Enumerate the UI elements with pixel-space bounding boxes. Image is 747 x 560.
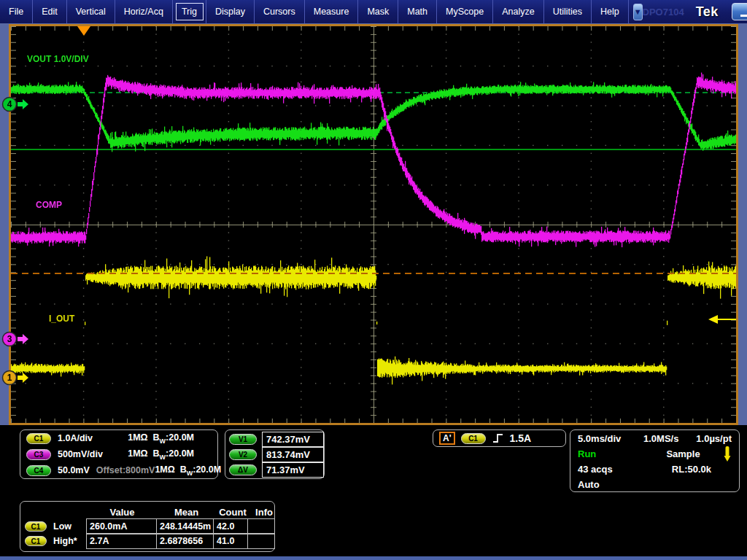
iout-trace-label: I_OUT	[49, 314, 74, 324]
svg-text:3: 3	[7, 334, 12, 344]
cursor-row-3: ΔV71.37mV	[225, 462, 324, 478]
tek-logo: Tek	[696, 4, 719, 20]
measurement-mean: 2.6878656	[156, 533, 214, 549]
acquisition-state: Run	[578, 448, 643, 459]
channel-3-position-marker[interactable]: 3	[1, 331, 31, 350]
measurement-header: Info	[250, 507, 278, 518]
measurement-name: Low	[53, 521, 71, 532]
measurement-count: 42.0	[213, 518, 248, 534]
acquisition-mode: Sample	[643, 448, 723, 459]
position-indicator-icon	[723, 446, 732, 462]
acquisition-count: 43 acqs	[578, 464, 613, 475]
channel-readout-c1: C11.0A/div1MΩ BW:20.0M	[20, 430, 217, 446]
chevron-down-icon: ▼	[634, 7, 642, 16]
svg-text:4: 4	[7, 99, 12, 109]
channel-4-position-marker[interactable]: 4	[1, 96, 31, 115]
trigger-source-badge[interactable]: C1	[461, 433, 486, 444]
timebase-scale: 5.0ms/div	[578, 433, 643, 444]
measurement-row-high: C1High*2.7A2.687865641.0	[25, 534, 278, 548]
channel-badge-c4[interactable]: C4	[26, 465, 51, 476]
measurement-mean: 248.14445m	[156, 518, 214, 534]
channel-offset: Offset:800mV	[96, 465, 155, 475]
measurement-header: Value	[87, 507, 158, 518]
bottom-edge-strip	[0, 556, 747, 560]
menu-mask[interactable]: Mask	[358, 0, 398, 23]
cursor-value: 742.37mV	[262, 432, 324, 447]
model-label: DPO7104	[643, 7, 684, 18]
menu-display[interactable]: Display	[206, 0, 255, 23]
waveform-canvas[interactable]	[11, 26, 736, 423]
measurement-source-badge[interactable]: C1	[25, 521, 47, 532]
cursor-badge[interactable]: ΔV	[229, 464, 257, 475]
measurement-name: High*	[53, 536, 77, 546]
channel-impedance-bw: 1MΩ BW:20.0M	[155, 464, 221, 477]
trigger-event-badge[interactable]: A'	[439, 432, 455, 445]
channel-1-position-marker[interactable]: 1	[1, 370, 31, 389]
menu-measure[interactable]: Measure	[305, 0, 359, 23]
menu-math[interactable]: Math	[398, 0, 437, 23]
menu-edit[interactable]: Edit	[33, 0, 67, 23]
menu-cursors[interactable]: Cursors	[255, 0, 305, 23]
measurement-header: Count	[215, 507, 250, 518]
channel-scale: 50.0mV	[58, 465, 90, 475]
measurement-table-box: ValueMeanCountInfoC1Low260.0mA248.14445m…	[20, 501, 275, 552]
cursor-readout-box: V1742.37mVV2813.74mVΔV71.37mV	[225, 429, 325, 479]
trigger-mode: Auto	[578, 479, 600, 490]
svg-text:1: 1	[7, 373, 12, 383]
cursor-value: 71.37mV	[262, 462, 324, 478]
channel-badge-c3[interactable]: C3	[26, 449, 51, 460]
menu-analyze[interactable]: Analyze	[493, 0, 543, 23]
menu-file[interactable]: File	[0, 0, 33, 23]
menu-myscope[interactable]: MyScope	[437, 0, 493, 23]
channel-impedance-bw: 1MΩ BW:20.0M	[128, 432, 194, 445]
measurement-source-badge[interactable]: C1	[25, 536, 47, 546]
comp-trace-label: COMP	[36, 200, 62, 210]
channel-badge-c1[interactable]: C1	[26, 433, 51, 444]
cursor-badge[interactable]: V2	[229, 449, 257, 460]
channel-scale: 500mV/div	[58, 449, 103, 459]
sample-rate: 1.0MS/s	[643, 433, 678, 444]
measurement-row-low: C1Low260.0mA248.14445m42.0	[25, 519, 278, 534]
menu-horizacq[interactable]: Horiz/Acq	[115, 0, 173, 23]
horizontal-readout-box: 5.0ms/div 1.0MS/s 1.0µs/pt Run Sample 43…	[570, 429, 740, 492]
menu-utilities[interactable]: Utilities	[544, 0, 592, 23]
channel-readout-c3: C3500mV/div1MΩ BW:20.0M	[20, 446, 217, 462]
menu-vertical[interactable]: Vertical	[67, 0, 115, 23]
readout-panel: C11.0A/div1MΩ BW:20.0MC3500mV/div1MΩ BW:…	[0, 425, 747, 560]
resolution: 1.0µs/pt	[696, 433, 732, 444]
channel-impedance-bw: 1MΩ BW:20.0M	[128, 448, 194, 461]
menu-trig[interactable]: Trig	[173, 0, 206, 23]
measurement-header-row: ValueMeanCountInfo	[25, 505, 278, 519]
cursor-row-2: V2813.74mV	[225, 447, 324, 462]
channel-readout-box: C11.0A/div1MΩ BW:20.0MC3500mV/div1MΩ BW:…	[20, 429, 218, 479]
minimize-icon	[740, 15, 747, 17]
rising-edge-icon	[492, 432, 504, 444]
menu-bar: FileEditVerticalHoriz/AcqTrigDisplayCurs…	[0, 0, 629, 23]
cursor-row-1: V1742.37mV	[225, 432, 324, 447]
channel-scale: 1.0A/div	[58, 433, 93, 443]
scope-display-area: VOUT 1.0V/DIVCOMPI_OUT 431	[0, 23, 747, 425]
minimize-button[interactable]	[732, 3, 747, 20]
cursor-value: 813.74mV	[262, 447, 324, 462]
graticule-frame: VOUT 1.0V/DIVCOMPI_OUT	[9, 24, 738, 425]
trigger-readout-box: A' C1 1.5A	[433, 429, 566, 447]
record-length: RL:50.0k	[672, 464, 711, 475]
trigger-level-value: 1.5A	[510, 432, 532, 444]
channel-readout-c4: C450.0mVOffset:800mV1MΩ BW:20.0M	[20, 462, 217, 478]
vout-trace-label: VOUT 1.0V/DIV	[27, 54, 89, 64]
measurement-info	[247, 533, 275, 549]
measurement-count: 41.0	[213, 533, 248, 549]
measurement-value: 2.7A	[86, 533, 157, 549]
menu-help[interactable]: Help	[592, 0, 629, 23]
menu-dropdown-button[interactable]: ▼	[633, 4, 643, 20]
measurement-header: Mean	[158, 507, 215, 518]
cursor-badge[interactable]: V1	[229, 434, 257, 445]
measurement-info	[247, 518, 275, 534]
title-bar: FileEditVerticalHoriz/AcqTrigDisplayCurs…	[0, 0, 747, 23]
measurement-value: 260.0mA	[86, 518, 157, 534]
titlebar-right: DPO7104 Tek X	[643, 0, 747, 23]
